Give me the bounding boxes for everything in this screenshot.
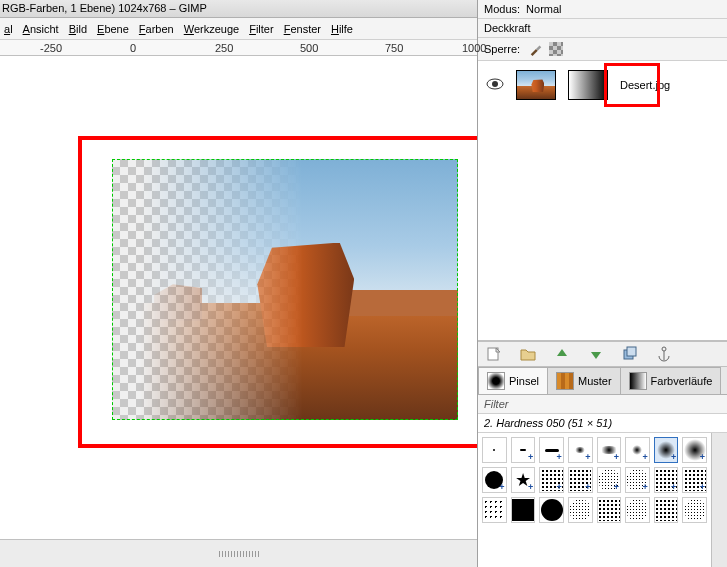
- brush-dock-tabs: Pinsel Muster Farbverläufe: [478, 367, 727, 395]
- ruler-tick: 1000: [462, 42, 486, 54]
- opacity-row: Deckkraft: [478, 19, 727, 38]
- brush-scrollbar[interactable]: [711, 433, 727, 567]
- muster-icon: [556, 372, 574, 390]
- menu-bar: al Ansicht Bild Ebene Farben Werkzeuge F…: [0, 18, 477, 40]
- resize-grip-icon[interactable]: [219, 551, 259, 557]
- raise-layer-icon[interactable]: [554, 346, 570, 362]
- window-title: RGB-Farben, 1 Ebene) 1024x768 – GIMP: [0, 0, 477, 18]
- brush-cell[interactable]: +: [682, 467, 707, 493]
- brush-cell[interactable]: +: [482, 467, 507, 493]
- brush-cell[interactable]: +: [568, 467, 593, 493]
- current-brush-label: 2. Hardness 050 (51 × 51): [478, 414, 727, 433]
- lock-row: Sperre:: [478, 38, 727, 61]
- brush-cell[interactable]: [682, 497, 707, 523]
- brush-cell[interactable]: +: [682, 437, 707, 463]
- tab-farbverlaeufe[interactable]: Farbverläufe: [620, 367, 722, 394]
- menu-item-fenster[interactable]: Fenster: [284, 23, 321, 35]
- new-layer-icon[interactable]: [486, 346, 502, 362]
- brush-cell[interactable]: [654, 497, 679, 523]
- menu-item-al[interactable]: al: [4, 23, 13, 35]
- status-bar: [0, 539, 477, 567]
- mode-value[interactable]: Normal: [526, 3, 561, 15]
- lock-alpha-icon[interactable]: [548, 41, 564, 57]
- tab-pinsel[interactable]: Pinsel: [478, 367, 548, 394]
- layer-thumbnail[interactable]: [516, 70, 556, 100]
- desert-image: [112, 159, 458, 420]
- main-editor-pane: RGB-Farben, 1 Ebene) 1024x768 – GIMP al …: [0, 0, 477, 567]
- brush-cell[interactable]: +: [597, 467, 622, 493]
- dock-panel: Modus: Normal Deckkraft Sperre: Desert.j…: [477, 0, 727, 567]
- anchor-layer-icon[interactable]: [656, 346, 672, 362]
- lower-layer-icon[interactable]: [588, 346, 604, 362]
- tab-label: Pinsel: [509, 375, 539, 387]
- brush-cell[interactable]: ★+: [511, 467, 536, 493]
- menu-item-hilfe[interactable]: Hilfe: [331, 23, 353, 35]
- brush-cell-selected[interactable]: +: [654, 437, 679, 463]
- mode-label: Modus:: [484, 3, 520, 15]
- svg-point-1: [492, 81, 498, 87]
- layer-name[interactable]: Desert.jpg: [620, 79, 719, 91]
- canvas-area[interactable]: [0, 56, 477, 539]
- brush-cell[interactable]: [539, 497, 564, 523]
- farbverlauf-icon: [629, 372, 647, 390]
- menu-item-ebene[interactable]: Ebene: [97, 23, 129, 35]
- brush-cell[interactable]: +: [625, 437, 650, 463]
- ruler-tick: -250: [40, 42, 62, 54]
- image-on-canvas[interactable]: [112, 159, 458, 420]
- ruler-tick: 500: [300, 42, 318, 54]
- horizontal-ruler: -250 0 250 500 750 1000: [0, 40, 477, 56]
- brush-cell[interactable]: [568, 497, 593, 523]
- visibility-eye-icon[interactable]: [486, 78, 504, 92]
- brush-cell[interactable]: +: [511, 437, 536, 463]
- opacity-label: Deckkraft: [484, 22, 530, 34]
- brush-cell[interactable]: +: [654, 467, 679, 493]
- svg-rect-4: [627, 347, 636, 356]
- layer-mode-row: Modus: Normal: [478, 0, 727, 19]
- tab-label: Farbverläufe: [651, 375, 713, 387]
- pinsel-icon: [487, 372, 505, 390]
- brush-cell[interactable]: +: [597, 437, 622, 463]
- brush-cell[interactable]: [482, 497, 507, 523]
- open-icon[interactable]: [520, 346, 536, 362]
- brush-cell[interactable]: [511, 497, 536, 523]
- tab-label: Muster: [578, 375, 612, 387]
- layers-list: Desert.jpg: [478, 61, 727, 341]
- brush-grid: + + + + + + + + ★+ + + + + + +: [478, 433, 711, 567]
- ruler-tick: 250: [215, 42, 233, 54]
- duplicate-layer-icon[interactable]: [622, 346, 638, 362]
- tab-muster[interactable]: Muster: [547, 367, 621, 394]
- svg-point-5: [662, 347, 666, 351]
- brush-filter-label[interactable]: Filter: [478, 395, 727, 414]
- brush-cell[interactable]: +: [539, 467, 564, 493]
- layer-mask-thumbnail[interactable]: [568, 70, 608, 100]
- brush-cell[interactable]: [625, 497, 650, 523]
- brush-cell[interactable]: [597, 497, 622, 523]
- menu-item-bild[interactable]: Bild: [69, 23, 87, 35]
- brush-cell[interactable]: +: [539, 437, 564, 463]
- menu-item-werkzeuge[interactable]: Werkzeuge: [184, 23, 239, 35]
- brush-cell[interactable]: +: [568, 437, 593, 463]
- brush-cell[interactable]: +: [625, 467, 650, 493]
- ruler-tick: 0: [130, 42, 136, 54]
- layer-row[interactable]: Desert.jpg: [478, 65, 727, 105]
- lock-label: Sperre:: [484, 43, 520, 55]
- ruler-tick: 750: [385, 42, 403, 54]
- menu-item-ansicht[interactable]: Ansicht: [23, 23, 59, 35]
- brush-cell[interactable]: [482, 437, 507, 463]
- lock-pixels-icon[interactable]: [528, 41, 544, 57]
- menu-item-filter[interactable]: Filter: [249, 23, 273, 35]
- menu-item-farben[interactable]: Farben: [139, 23, 174, 35]
- layers-toolbar: [478, 341, 727, 367]
